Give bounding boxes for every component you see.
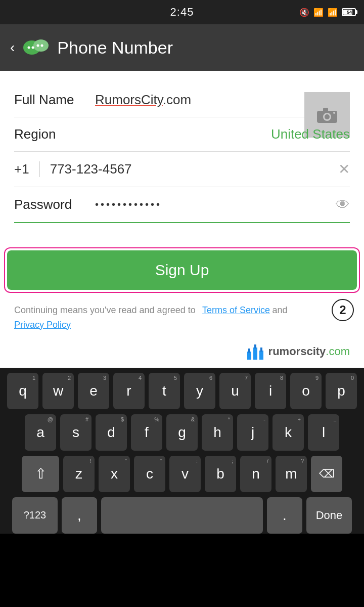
key-k[interactable]: +k [272,414,304,451]
key-space[interactable] [101,497,263,534]
key-r[interactable]: 4r [113,373,145,409]
status-time: 2:45 [170,6,194,19]
wifi-icon: 📶 [313,8,324,17]
key-h[interactable]: *h [202,414,233,451]
key-period[interactable]: . [267,497,302,534]
svg-rect-14 [254,344,256,349]
svg-point-2 [28,47,30,49]
clear-phone-icon[interactable]: ✕ [338,161,350,178]
key-comma[interactable]: , [62,497,97,534]
watermark: rumorscity.com [0,339,364,368]
svg-point-3 [32,47,34,49]
key-q[interactable]: 1q [7,373,38,409]
password-row[interactable]: Password •••••••••••• 👁 [14,187,350,223]
svg-point-4 [37,45,39,47]
key-done[interactable]: Done [306,497,352,534]
battery-icon: 54 [342,8,356,16]
key-t[interactable]: 5t [149,373,180,409]
key-g[interactable]: &g [166,414,198,451]
key-num[interactable]: ?123 [12,497,58,534]
key-j[interactable]: -j [237,414,268,451]
svg-rect-16 [260,348,262,352]
watermark-logo-icon [246,342,264,361]
svg-rect-12 [248,349,250,353]
svg-point-5 [41,45,43,47]
keyboard-row-3: ⇧ !z "x "c :v ;b /n ?m ⌫ [2,456,362,492]
app-header: ‹ Phone Number [0,24,364,71]
keyboard: 1q 2w 3e 4r 5t 6y 7u 8i 9o 0p @a #s $d %… [0,368,364,534]
key-z[interactable]: !z [63,456,95,492]
form-area: Full Name RumorsCity.com Region United S… [0,71,364,235]
password-input[interactable]: •••••••••••• [95,199,336,210]
key-l[interactable]: _l [308,414,339,451]
key-e[interactable]: 3e [78,373,109,409]
signup-button-wrapper: Sign Up [4,247,360,293]
terms-of-service-link[interactable]: Terms of Service [202,305,270,315]
key-backspace[interactable]: ⌫ [311,456,342,492]
key-i[interactable]: 8i [255,373,286,409]
key-d[interactable]: $d [96,414,127,451]
svg-rect-9 [323,108,328,112]
status-bar: 2:45 🔇 📶 📶 54 [0,0,364,24]
key-v[interactable]: :v [169,456,201,492]
watermark-text: rumorscity.com [268,345,350,358]
svg-point-10 [333,112,335,114]
key-u[interactable]: 7u [219,373,251,409]
region-label: Region [14,126,95,142]
keyboard-row-1: 1q 2w 3e 4r 5t 6y 7u 8i 9o 0p [2,373,362,409]
step-badge: 2 [332,299,354,321]
status-icons: 🔇 📶 📶 54 [299,8,356,17]
region-value: United States [271,126,350,142]
full-name-row: Full Name RumorsCity.com [14,83,350,117]
password-label: Password [14,197,95,212]
key-b[interactable]: ;b [205,456,236,492]
mute-icon: 🔇 [299,8,309,17]
full-name-underline: RumorsCity [95,92,163,107]
key-m[interactable]: ?m [276,456,307,492]
terms-mid: and [272,305,288,315]
key-shift[interactable]: ⇧ [22,456,59,492]
phone-number-input[interactable]: 773-123-4567 [50,161,338,177]
svg-rect-13 [253,348,257,360]
key-n[interactable]: /n [240,456,271,492]
svg-rect-15 [259,351,263,360]
country-code: +1 [14,161,40,177]
key-c[interactable]: "c [134,456,165,492]
region-row[interactable]: Region United States [14,117,350,152]
terms-prefix: Continuing means you've read and agreed … [14,305,196,315]
page-title: Phone Number [57,38,173,58]
key-a[interactable]: @a [25,414,56,451]
privacy-policy-link[interactable]: Privacy Policy [14,320,71,330]
key-x[interactable]: "x [99,456,130,492]
key-p[interactable]: 0p [326,373,357,409]
svg-rect-11 [247,352,251,360]
back-button[interactable]: ‹ [10,39,15,56]
signup-container: Sign Up [0,235,364,299]
key-o[interactable]: 9o [290,373,322,409]
signup-button[interactable]: Sign Up [7,250,357,290]
terms-area: Continuing means you've read and agreed … [0,299,364,339]
phone-row[interactable]: +1 773-123-4567 ✕ [14,152,350,187]
key-s[interactable]: #s [60,414,92,451]
eye-icon[interactable]: 👁 [336,196,350,213]
keyboard-row-4: ?123 , . Done [2,497,362,534]
full-name-label: Full Name [14,92,95,108]
wechat-logo-icon [23,34,49,61]
key-f[interactable]: %f [131,414,162,451]
keyboard-row-2: @a #s $d %f &g *h -j +k _l [2,414,362,451]
signal-icon: 📶 [328,8,338,17]
key-w[interactable]: 2w [42,373,74,409]
key-y[interactable]: 6y [184,373,215,409]
